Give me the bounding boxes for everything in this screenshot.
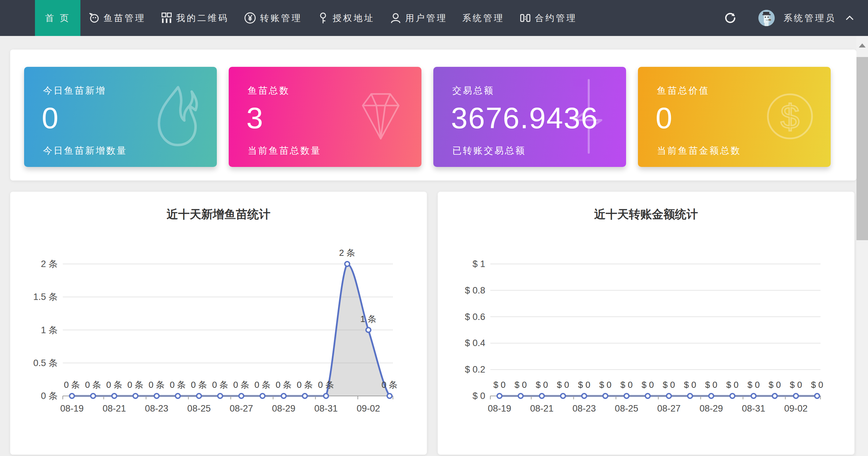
- svg-text:$ 0: $ 0: [578, 380, 590, 390]
- scrollbar-up-button[interactable]: [856, 36, 868, 55]
- nav-item-label: 合约管理: [535, 12, 577, 24]
- card-title: 今日鱼苗新增: [43, 84, 106, 97]
- svg-text:0 条: 0 条: [233, 380, 249, 390]
- svg-text:$ 0: $ 0: [811, 380, 823, 390]
- card-subtitle: 当前鱼苗金额总数: [657, 145, 741, 157]
- scroll-up-arrow-icon: [859, 43, 866, 48]
- nav-right-cluster: 系统管理员: [724, 0, 854, 36]
- nav-item-label: 转账管理: [260, 12, 302, 24]
- svg-text:0 条: 0 条: [41, 391, 58, 401]
- svg-text:08-21: 08-21: [530, 403, 553, 414]
- qrcode-icon: [161, 12, 173, 24]
- svg-text:0 条: 0 条: [276, 380, 292, 390]
- svg-text:$ 0: $ 0: [748, 380, 760, 390]
- stats-panel: 今日鱼苗新增 0 今日鱼苗新增数量 鱼苗总数 3 当前鱼苗总数量: [10, 50, 856, 180]
- svg-text:$ 0: $ 0: [705, 380, 717, 390]
- card-value: 0: [42, 101, 59, 135]
- svg-text:0 条: 0 条: [318, 380, 334, 390]
- nav-item-contract-management[interactable]: 合约管理: [512, 0, 584, 36]
- user-icon: [390, 12, 402, 24]
- refresh-icon[interactable]: [724, 12, 736, 24]
- chevron-up-icon[interactable]: [845, 15, 854, 21]
- svg-text:08-31: 08-31: [742, 403, 765, 414]
- svg-text:09-02: 09-02: [784, 403, 808, 414]
- svg-text:近十天转账金额统计: 近十天转账金额统计: [594, 208, 698, 221]
- svg-text:0 条: 0 条: [106, 380, 122, 390]
- flame-icon: [152, 85, 202, 149]
- svg-text:0 条: 0 条: [127, 380, 144, 390]
- chart-panel-new-fish: 近十天新增鱼苗统计0 条0.5 条1 条1.5 条2 条08-1908-2108…: [10, 192, 427, 455]
- nav-item-transfer-management[interactable]: 转账管理: [236, 0, 309, 36]
- nav-menu: 首 页 鱼苗管理: [35, 0, 584, 36]
- nav-item-my-qrcode[interactable]: 我的二维码: [153, 0, 236, 36]
- svg-text:08-25: 08-25: [187, 403, 211, 414]
- svg-text:$ 0.8: $ 0.8: [465, 285, 485, 296]
- svg-text:0 条: 0 条: [170, 380, 186, 390]
- svg-text:$ 0: $ 0: [726, 380, 738, 390]
- svg-text:$ 0: $ 0: [557, 380, 569, 390]
- svg-text:0.5 条: 0.5 条: [33, 358, 58, 368]
- card-value: 0: [656, 101, 673, 135]
- avatar[interactable]: [758, 10, 775, 26]
- nav-item-fish-management[interactable]: 鱼苗管理: [80, 0, 153, 36]
- username-label[interactable]: 系统管理员: [784, 12, 836, 24]
- card-title: 交易总额: [452, 84, 494, 97]
- svg-text:08-25: 08-25: [615, 403, 638, 414]
- card-subtitle: 今日鱼苗新增数量: [43, 145, 127, 157]
- svg-text:08-31: 08-31: [314, 403, 338, 414]
- nav-item-authorized-address[interactable]: 授权地址: [309, 0, 382, 36]
- dollar-circle-icon: $: [765, 91, 815, 143]
- svg-text:$ 0: $ 0: [620, 380, 633, 390]
- nav-item-user-management[interactable]: 用户管理: [382, 0, 455, 36]
- nav-item-home[interactable]: 首 页: [35, 0, 80, 36]
- svg-text:0 条: 0 条: [297, 380, 313, 390]
- svg-text:$ 0.4: $ 0.4: [465, 338, 485, 348]
- svg-text:08-23: 08-23: [145, 403, 168, 414]
- dashboard-page: 首 页 鱼苗管理: [0, 0, 868, 456]
- nav-item-system-management[interactable]: 系统管理: [455, 0, 512, 36]
- fish-icon: [88, 12, 100, 24]
- svg-text:0 条: 0 条: [64, 380, 80, 390]
- svg-text:08-19: 08-19: [60, 403, 83, 414]
- svg-text:$ 0: $ 0: [769, 380, 781, 390]
- svg-text:$ 0: $ 0: [536, 380, 548, 390]
- svg-text:2 条: 2 条: [41, 259, 58, 269]
- line-chart-transfer-amount: 近十天转账金额统计$ 0$ 0.2$ 0.4$ 0.6$ 0.8$ 108-19…: [438, 192, 854, 455]
- card-subtitle: 当前鱼苗总数量: [248, 145, 321, 157]
- nav-item-label: 我的二维码: [176, 12, 229, 24]
- svg-text:1 条: 1 条: [41, 325, 58, 335]
- scrollbar-thumb[interactable]: [856, 57, 868, 240]
- svg-text:0 条: 0 条: [254, 380, 271, 390]
- key-icon: [317, 12, 329, 24]
- nav-item-label: 系统管理: [462, 12, 504, 24]
- svg-text:$ 0: $ 0: [472, 391, 485, 401]
- nav-item-label: 鱼苗管理: [103, 12, 146, 24]
- svg-text:08-27: 08-27: [230, 403, 253, 414]
- svg-text:$ 0: $ 0: [514, 380, 527, 390]
- stat-card-fish-value: 鱼苗总价值 0 当前鱼苗金额总数 $: [638, 67, 831, 167]
- svg-text:$ 0.2: $ 0.2: [465, 364, 485, 375]
- svg-text:0 条: 0 条: [212, 380, 228, 390]
- svg-text:08-23: 08-23: [572, 403, 596, 414]
- nav-item-label: 用户管理: [405, 12, 447, 24]
- card-subtitle: 已转账交易总额: [452, 145, 526, 157]
- svg-text:0 条: 0 条: [381, 380, 398, 390]
- svg-text:08-19: 08-19: [488, 403, 511, 414]
- stat-cards-row: 今日鱼苗新增 0 今日鱼苗新增数量 鱼苗总数 3 当前鱼苗总数量: [24, 67, 831, 167]
- svg-text:1 条: 1 条: [360, 314, 377, 324]
- svg-text:0 条: 0 条: [149, 380, 165, 390]
- svg-text:2 条: 2 条: [339, 248, 355, 258]
- svg-text:$ 1: $ 1: [472, 259, 485, 269]
- card-value: 3: [246, 101, 264, 135]
- svg-text:$ 0: $ 0: [684, 380, 696, 390]
- svg-text:$ 0.6: $ 0.6: [465, 312, 485, 322]
- stat-card-today-new: 今日鱼苗新增 0 今日鱼苗新增数量: [24, 67, 217, 167]
- nav-item-label: 授权地址: [333, 12, 375, 24]
- yen-circle-icon: [244, 12, 257, 24]
- pulse-icon: [560, 77, 611, 157]
- stat-card-transaction-total: 交易总额 3676.9436 已转账交易总额: [433, 67, 626, 167]
- vertical-scrollbar: [856, 36, 868, 456]
- nav-item-label: 首 页: [45, 12, 70, 24]
- svg-text:0 条: 0 条: [191, 380, 207, 390]
- svg-text:0 条: 0 条: [85, 380, 101, 390]
